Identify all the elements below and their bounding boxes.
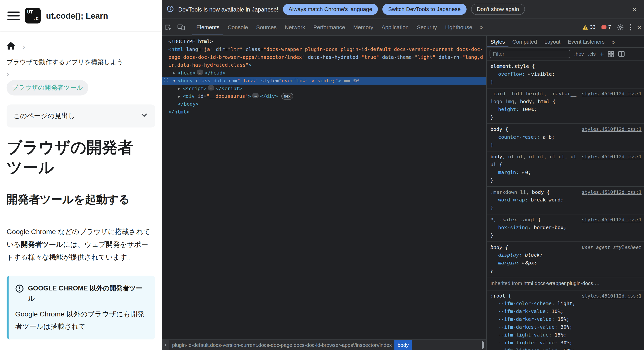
warnings-badge[interactable]: 33 [580,19,598,35]
node-menu-dots-icon[interactable]: ⋮⋮ [163,78,168,82]
site-logo[interactable]: UT .C [25,8,40,24]
infobar-message: DevTools is now available in Japanese! [178,6,278,13]
infobar-close-icon[interactable]: × [630,6,639,13]
issues-badge[interactable]: 7 [598,19,614,35]
css-declaration[interactable]: margin: ▶8px; [490,259,642,267]
tab-application[interactable]: Application [377,19,412,35]
dom-breadcrumb-path[interactable]: plugin-id-default.docs-version-current.d… [169,342,393,348]
css-declaration[interactable]: --ifm-dark-value: 10%; [490,308,642,316]
style-rule[interactable]: *, .katex .angl {styles.4510f12d.css:1bo… [487,215,644,242]
logo-text-bottom: .C [33,16,39,22]
settings-gear-icon[interactable] [614,19,627,35]
dom-breadcrumb-selected[interactable]: body [394,340,412,350]
tab-styles[interactable]: Styles [487,36,509,47]
tab-sources[interactable]: Sources [252,19,281,35]
css-source-link[interactable]: styles.4510f12d.css:1 [582,189,642,196]
style-rule[interactable]: .card--full-height, .navbar__logo img, b… [487,88,644,124]
css-declaration[interactable]: box-sizing: border-box; [490,224,642,232]
rule-selector: .card--full-height, .navbar__logo img, b… [490,90,578,106]
tab-layout[interactable]: Layout [541,36,564,47]
css-declaration[interactable]: --ifm-lighter-value: 30%; [490,339,642,347]
breadcrumb-forward-icon[interactable] [480,342,486,348]
styles-filter-input[interactable] [490,50,570,58]
dom-node[interactable]: ⋮⋮▼<body class data-rh="class" style="ov… [162,77,486,85]
tab-security[interactable]: Security [413,19,441,35]
dom-node[interactable]: <!DOCTYPE html> [162,38,486,46]
admonition-title: GOOGLE CHROME 以外の開発者ツール [15,283,149,304]
site-title[interactable]: ut.code(); Learn [46,11,108,20]
inspect-icon[interactable] [162,19,174,35]
dom-breadcrumb-bar: plugin-id-default.docs-version-current.d… [162,339,486,350]
css-declaration[interactable]: height: 100%; [490,106,642,113]
css-declaration[interactable]: --ifm-light-value: 15%; [490,331,642,339]
css-declaration[interactable]: counter-reset: a b; [490,133,642,141]
kebab-menu-icon[interactable] [627,19,634,35]
dom-node[interactable]: </html> [162,108,486,116]
dom-node[interactable]: <html lang="ja" dir="ltr" class="docs-wr… [162,46,486,69]
tab-console[interactable]: Console [224,19,252,35]
tab-event-listeners[interactable]: Event Listeners [564,36,608,47]
style-rule[interactable]: body {user agent stylesheetdisplay: bloc… [487,242,644,277]
css-declaration[interactable]: --ifm-lightest-value: 50%; [490,347,642,350]
element-classes-button[interactable]: .cls [588,51,596,57]
screen: UT .C ut.code(); Learn › ブラウザで動作するアプリを構築… [0,0,644,350]
tab-network[interactable]: Network [281,19,309,35]
css-declaration[interactable]: --ifm-darkest-value: 30%; [490,323,642,331]
tab-elements[interactable]: Elements [192,19,224,35]
css-source-link[interactable]: styles.4510f12d.css:1 [582,216,642,224]
home-icon[interactable] [6,42,15,52]
expand-value-icon: ▶ [522,171,524,174]
new-style-rule-icon[interactable]: + [600,51,604,58]
more-sidebar-tabs-icon[interactable]: » [608,36,618,47]
breadcrumb-current: ブラウザの開発者ツール [6,80,88,95]
css-declaration[interactable]: display: block; [490,251,642,259]
rule-selector: *, .katex .angl { [490,216,578,224]
css-declaration[interactable]: --ifm-darker-value: 15%; [490,315,642,323]
sidebar-tabs: Styles Computed Layout Event Listeners » [487,36,644,48]
toggle-element-state-button[interactable]: :hov [574,51,584,57]
breadcrumb-item[interactable]: ブラウザで動作するアプリを構築しよう [6,58,155,67]
menu-icon[interactable] [7,11,20,20]
css-declaration[interactable]: overflow: ▶visible; [490,70,642,78]
style-rule[interactable]: body {styles.4510f12d.css:1counter-reset… [487,124,644,151]
switch-japanese-button[interactable]: Switch DevTools to Japanese [382,4,466,15]
flex-badge: flex [281,93,293,99]
style-rule[interactable]: :root {styles.4510f12d.css:1--ifm-color-… [487,290,644,350]
tab-lighthouse[interactable]: Lighthouse [441,19,476,35]
match-language-button[interactable]: Always match Chrome's language [283,4,378,15]
tab-computed[interactable]: Computed [509,36,541,47]
breadcrumb-back-icon[interactable] [162,340,169,350]
tab-performance[interactable]: Performance [309,19,349,35]
inherited-from-label: Inherited from [490,281,523,286]
style-rule[interactable]: element.style {overflow: ▶visible;} [487,61,644,88]
tab-memory[interactable]: Memory [349,19,377,35]
dom-node[interactable]: ▶<div id="__docusaurus">…</div>flex [162,93,486,100]
toc-collapsible[interactable]: このページの見出し [6,104,155,127]
alert-icon [15,284,24,293]
dont-show-again-button[interactable]: Don't show again [471,4,525,15]
css-source-link[interactable]: styles.4510f12d.css:1 [582,90,642,98]
collapsed-content-icon: … [208,85,214,90]
css-declaration[interactable]: word-wrap: break-word; [490,196,642,204]
rule-selector: :root { [490,292,578,300]
expand-arrow-icon: ▶ [178,93,182,100]
css-source-link[interactable]: styles.4510f12d.css:1 [582,292,642,300]
dom-node[interactable]: ▶<head>…</head> [162,69,486,77]
dom-node[interactable]: </body> [162,100,486,108]
grid-editor-icon[interactable] [608,51,614,57]
dom-node[interactable]: ▶<script>…</script> [162,85,486,93]
css-source-link[interactable]: styles.4510f12d.css:1 [582,125,642,133]
split-view-icon[interactable] [618,51,625,57]
inherited-node-link[interactable]: html.docs-wrapper.plugin-docs.… [523,281,600,286]
closing-brace: } [490,141,642,149]
site-header: UT .C ut.code(); Learn [0,0,162,31]
closing-brace: } [490,204,642,212]
style-rule[interactable]: body, ol ol, ol ul, ul ol, ul ul {styles… [487,151,644,187]
css-declaration[interactable]: margin: ▶0; [490,169,642,177]
css-source-link[interactable]: styles.4510f12d.css:1 [582,153,642,161]
css-declaration[interactable]: --ifm-color-scheme: light; [490,300,642,308]
style-rule[interactable]: .markdown li, body {styles.4510f12d.css:… [487,187,644,214]
more-tabs-icon[interactable]: » [476,19,487,35]
devtools-close-icon[interactable]: × [634,23,644,31]
device-toolbar-icon[interactable] [174,19,188,35]
